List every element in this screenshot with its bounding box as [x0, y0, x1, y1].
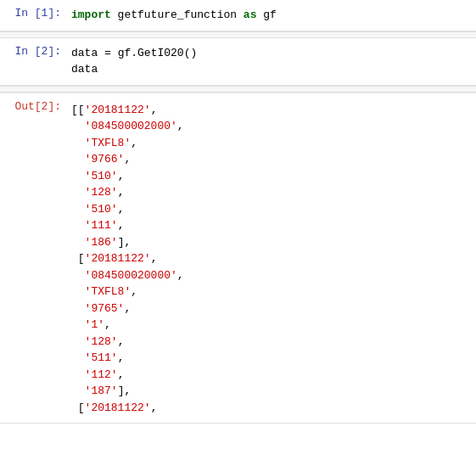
out2-line-7: '111', — [71, 217, 473, 234]
code-token: , — [151, 401, 158, 414]
code-token — [71, 236, 85, 249]
code-token: data — [71, 47, 98, 59]
code-token: '128' — [85, 186, 118, 199]
cell1-label: In [1]: — [0, 5, 68, 20]
out2-content: [['20181122', '084500002000', 'TXFL8', '… — [68, 98, 476, 418]
out2-line-16: '112', — [71, 367, 473, 384]
code-token: , — [151, 252, 158, 265]
out2-line-0: [['20181122', — [71, 102, 473, 119]
code-token: 'TXFL8' — [85, 137, 132, 149]
code-token — [71, 318, 85, 331]
code-token: , — [131, 137, 137, 149]
code-token: . — [131, 47, 137, 59]
code-token — [71, 153, 85, 166]
code-token — [71, 335, 85, 348]
code-token: gf — [256, 8, 276, 21]
cell-separator — [0, 31, 476, 38]
code-token: import — [71, 8, 111, 21]
code-token — [71, 269, 85, 282]
code-token — [71, 203, 85, 216]
code-token: '510' — [85, 203, 118, 216]
code-token: [ — [71, 252, 85, 265]
out2-line-14: '128', — [71, 334, 473, 351]
out2-line-1: '084500002000', — [71, 118, 473, 135]
code-token — [71, 285, 85, 298]
code-token: '510' — [85, 170, 118, 182]
cell1-line-0: import getfuture_function as gf — [71, 7, 473, 24]
cell2-line-0: data = gf.GetI020() — [71, 45, 473, 62]
code-token: ], — [118, 236, 132, 249]
code-token — [71, 170, 85, 182]
code-token: GetI020 — [137, 47, 184, 59]
code-token: '9766' — [85, 153, 125, 166]
cell2-line-1: data — [71, 61, 473, 78]
cell2-label: In [2]: — [0, 43, 68, 58]
out2-line-6: '510', — [71, 201, 473, 218]
cell1-content: import getfuture_function as gf — [68, 5, 476, 25]
out2-line-15: '511', — [71, 350, 473, 367]
code-token: , — [104, 318, 111, 331]
out2-line-2: 'TXFL8', — [71, 135, 473, 152]
code-token: , — [124, 302, 131, 315]
code-token: , — [151, 104, 158, 116]
code-token: '20181122' — [85, 104, 151, 116]
code-token: '112' — [85, 368, 118, 381]
cell-separator — [0, 86, 476, 93]
code-token: , — [118, 335, 125, 348]
code-token: [[ — [71, 104, 85, 116]
code-token: '084500020000' — [85, 269, 177, 282]
out2-line-12: '9765', — [71, 300, 473, 317]
notebook: In [1]:import getfuture_function as gfIn… — [0, 0, 476, 424]
code-token: , — [118, 219, 125, 232]
code-token: = — [98, 47, 117, 59]
cell1-cell[interactable]: In [1]:import getfuture_function as gf — [0, 0, 476, 31]
out2-line-9: ['20181122', — [71, 250, 473, 267]
cell2-content: data = gf.GetI020()data — [68, 43, 476, 80]
out2-line-8: '186'], — [71, 234, 473, 251]
out2-line-13: '1', — [71, 317, 473, 334]
code-token: , — [177, 269, 184, 282]
code-token: as — [244, 8, 257, 21]
code-token: , — [124, 153, 131, 166]
code-token — [71, 137, 85, 149]
cell2-cell[interactable]: In [2]:data = gf.GetI020()data — [0, 38, 476, 86]
code-token: '20181122' — [85, 252, 151, 265]
code-token: , — [118, 203, 125, 216]
code-token: ], — [118, 384, 132, 397]
code-token: getfuture_function — [111, 8, 244, 21]
out2-line-3: '9766', — [71, 151, 473, 168]
out2-line-5: '128', — [71, 184, 473, 201]
code-token: gf — [118, 47, 132, 59]
code-token — [71, 351, 85, 364]
code-token: () — [184, 47, 198, 59]
out2-line-10: '084500020000', — [71, 267, 473, 284]
code-token: , — [118, 170, 125, 182]
code-token: 'TXFL8' — [85, 285, 132, 298]
code-token — [71, 219, 85, 232]
code-token: '20181122' — [85, 401, 151, 414]
code-token: data — [71, 63, 98, 76]
code-token: '9765' — [85, 302, 125, 315]
code-token: , — [131, 285, 137, 298]
code-token — [71, 368, 85, 381]
code-token — [71, 384, 85, 397]
code-token — [71, 186, 85, 199]
code-token: '111' — [85, 219, 118, 232]
code-token: , — [177, 120, 184, 132]
code-token: '511' — [85, 351, 118, 364]
code-token: '084500002000' — [85, 120, 177, 132]
out2-line-11: 'TXFL8', — [71, 283, 473, 300]
out2-line-18: ['20181122', — [71, 400, 473, 417]
code-token: '186' — [85, 236, 118, 249]
code-token: '1' — [85, 318, 104, 331]
out2-label: Out[2]: — [0, 98, 68, 113]
code-token: , — [118, 351, 125, 364]
code-token: , — [118, 186, 125, 199]
code-token: '128' — [85, 335, 118, 348]
code-token: [ — [71, 401, 85, 414]
code-token: '187' — [85, 384, 118, 397]
out2-line-4: '510', — [71, 168, 473, 185]
code-token — [71, 302, 85, 315]
out2-cell: Out[2]:[['20181122', '084500002000', 'TX… — [0, 93, 476, 424]
code-token: , — [118, 368, 125, 381]
